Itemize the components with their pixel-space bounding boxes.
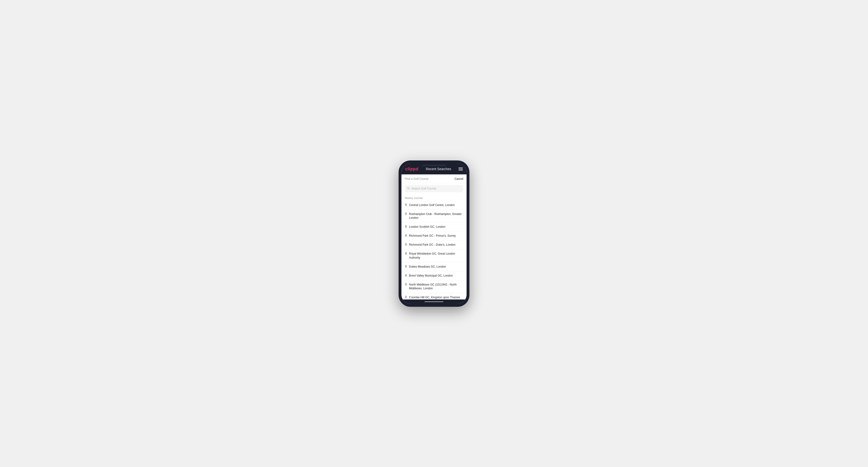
course-name-text: Richmond Park GC - Duke's, London — [409, 243, 456, 247]
location-pin-icon — [405, 296, 407, 299]
hamburger-line-3 — [459, 170, 463, 170]
search-container — [401, 183, 467, 194]
hamburger-line-2 — [459, 169, 463, 169]
course-list-item[interactable]: Richmond Park GC - Prince's, Surrey — [401, 231, 467, 241]
phone-screen: clippd Recent Searches Find a Golf Cours… — [401, 163, 467, 304]
course-list-item[interactable]: Roehampton Club - Roehampton, Greater Lo… — [401, 210, 467, 223]
svg-line-1 — [409, 189, 410, 189]
course-name-text: Royal Wimbledon GC, Great London Authori… — [409, 252, 463, 260]
nearby-courses-section: Nearby courses Central London Golf Centr… — [401, 194, 467, 300]
home-indicator — [401, 300, 467, 304]
location-pin-icon — [405, 212, 407, 216]
menu-button[interactable] — [459, 167, 463, 170]
course-name-text: Dukes Meadows GC, London — [409, 265, 446, 269]
app-logo: clippd — [405, 166, 418, 172]
location-pin-icon — [405, 283, 407, 287]
home-bar — [425, 301, 443, 302]
course-list: Central London Golf Centre, London Roeha… — [401, 201, 467, 300]
find-course-label: Find a Golf Course — [405, 177, 429, 181]
location-pin-icon — [405, 274, 407, 278]
nearby-courses-header: Nearby courses — [401, 194, 467, 201]
location-pin-icon — [405, 243, 407, 247]
hamburger-line-1 — [459, 167, 463, 168]
main-content: Find a Golf Course Cancel Nearby — [401, 175, 467, 300]
phone-device: clippd Recent Searches Find a Golf Cours… — [399, 160, 469, 307]
find-course-bar: Find a Golf Course Cancel — [401, 175, 467, 183]
search-input-wrapper[interactable] — [405, 185, 463, 192]
location-pin-icon — [405, 265, 407, 269]
course-name-text: Central London Golf Centre, London — [409, 203, 455, 207]
location-pin-icon — [405, 204, 407, 207]
course-name-text: London Scottish GC, London — [409, 225, 445, 229]
cancel-button[interactable]: Cancel — [455, 177, 463, 181]
course-name-text: Brent Valley Municipal GC, London — [409, 274, 453, 278]
course-name-text: North Middlesex GC (1011942 - North Midd… — [409, 283, 463, 291]
course-list-item[interactable]: North Middlesex GC (1011942 - North Midd… — [401, 280, 467, 293]
course-name-text: Roehampton Club - Roehampton, Greater Lo… — [409, 212, 463, 220]
search-input[interactable] — [411, 187, 461, 190]
location-pin-icon — [405, 225, 407, 229]
page-title: Recent Searches — [426, 167, 451, 171]
course-list-item[interactable]: Royal Wimbledon GC, Great London Authori… — [401, 249, 467, 262]
course-list-item[interactable]: Central London Golf Centre, London — [401, 201, 467, 210]
location-pin-icon — [405, 252, 407, 256]
course-name-text: Coombe Hill GC, Kingston upon Thames — [409, 295, 460, 299]
course-list-item[interactable]: Brent Valley Municipal GC, London — [401, 271, 467, 280]
search-icon — [407, 187, 410, 190]
course-list-item[interactable]: Coombe Hill GC, Kingston upon Thames — [401, 293, 467, 299]
location-pin-icon — [405, 234, 407, 238]
course-list-item[interactable]: Richmond Park GC - Duke's, London — [401, 241, 467, 249]
phone-notch — [422, 165, 446, 166]
course-list-item[interactable]: Dukes Meadows GC, London — [401, 262, 467, 271]
course-list-item[interactable]: London Scottish GC, London — [401, 222, 467, 231]
course-name-text: Richmond Park GC - Prince's, Surrey — [409, 234, 456, 238]
